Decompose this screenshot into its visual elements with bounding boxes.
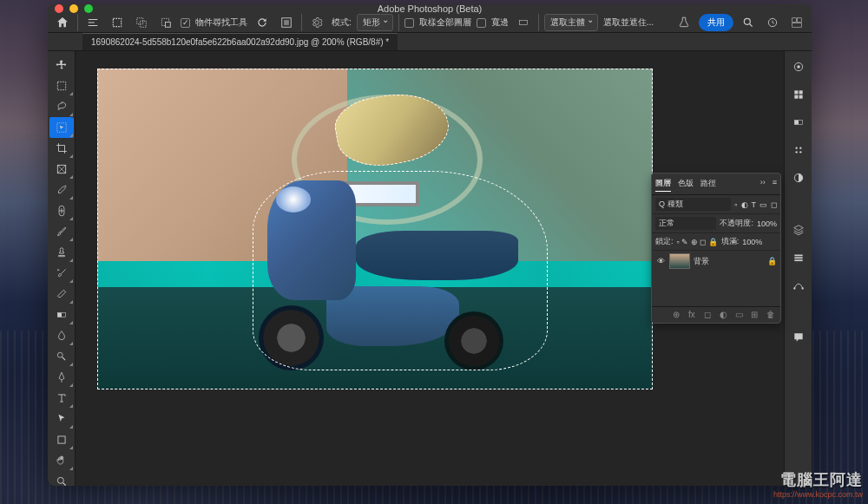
type-tool[interactable] [49, 388, 74, 409]
filter-shape-icon[interactable]: ▭ [760, 200, 767, 209]
pen-tool[interactable] [49, 367, 74, 388]
layer-filter-select[interactable]: Q 種類 [655, 198, 731, 211]
options-more-icon[interactable] [514, 13, 533, 32]
svg-rect-11 [798, 18, 802, 23]
layers-tab[interactable]: 圖層 [655, 176, 671, 192]
link-layers-icon[interactable]: ⊕ [673, 310, 683, 320]
gradient-tool[interactable] [49, 304, 74, 325]
settings-icon[interactable] [307, 13, 326, 32]
layer-thumbnail[interactable] [669, 253, 690, 269]
hard-edge-label: 寬邊 [491, 16, 509, 29]
svg-rect-13 [57, 82, 65, 89]
hand-tool[interactable] [49, 450, 74, 471]
eyedropper-tool[interactable] [49, 180, 74, 200]
home-icon[interactable] [53, 13, 72, 32]
workspace: ⋯ [48, 51, 812, 486]
blend-mode-select[interactable]: 正常 [655, 217, 716, 230]
brush-tool[interactable] [49, 221, 74, 242]
site-watermark: 電腦王阿達 https://www.kocpc.com.tw [773, 469, 863, 499]
lock-label: 鎖定: [655, 236, 674, 247]
blur-tool[interactable] [49, 325, 74, 346]
marquee-tool[interactable] [49, 75, 74, 96]
object-select-tool[interactable] [49, 117, 74, 138]
eraser-tool[interactable] [49, 284, 74, 304]
selection-add-icon[interactable] [132, 13, 151, 32]
delete-layer-icon[interactable]: 🗑 [766, 310, 777, 320]
color-panel-icon[interactable] [788, 56, 809, 77]
sample-all-checkbox[interactable] [404, 18, 414, 28]
adjustments-panel-icon[interactable] [788, 167, 809, 188]
window-controls [55, 4, 93, 13]
share-button[interactable]: 共用 [699, 14, 733, 31]
opacity-value[interactable]: 100% [757, 219, 777, 228]
workspace-icon[interactable] [787, 13, 806, 32]
svg-rect-41 [794, 255, 802, 257]
close-window-button[interactable] [55, 4, 63, 13]
filter-image-icon[interactable]: ▫ [734, 200, 737, 209]
select-mask-button[interactable]: 選取並遮住... [603, 16, 654, 29]
layer-name[interactable]: 背景 [694, 256, 709, 267]
crop-tool[interactable] [49, 138, 74, 159]
lasso-tool[interactable] [49, 96, 74, 117]
path-select-tool[interactable] [49, 409, 74, 429]
minimize-window-button[interactable] [69, 4, 78, 13]
new-layer-icon[interactable]: ⊞ [751, 310, 761, 320]
layer-visibility-icon[interactable]: 👁 [655, 257, 666, 265]
svg-rect-7 [519, 21, 527, 25]
tool-preset-icon[interactable] [83, 13, 102, 32]
fx-icon[interactable]: fx [688, 310, 699, 320]
layers-panel-icon[interactable] [788, 219, 809, 240]
filter-adjust-icon[interactable]: ◐ [741, 200, 748, 209]
swatches-panel-icon[interactable] [788, 84, 809, 105]
photoshop-window: Adobe Photoshop (Beta) 物件尋找工具 模式: 矩形 取樣全… [48, 4, 812, 486]
group-icon[interactable]: ▭ [735, 310, 746, 320]
adjustment-icon[interactable]: ◐ [720, 310, 730, 320]
fill-value[interactable]: 100% [742, 238, 762, 246]
channels-tab[interactable]: 色版 [678, 176, 694, 192]
show-overlay-icon[interactable] [277, 13, 296, 32]
maximize-window-button[interactable] [84, 4, 93, 13]
document-tab[interactable]: 1690862024-5d558b120e0fa5e622b6aa002a92d… [82, 33, 398, 50]
cloud-docs-icon[interactable] [763, 13, 782, 32]
gradients-panel-icon[interactable] [788, 112, 809, 133]
svg-rect-18 [57, 313, 62, 317]
stamp-tool[interactable] [49, 242, 74, 263]
hard-edge-checkbox[interactable] [477, 18, 486, 28]
svg-point-19 [57, 352, 62, 357]
mode-select[interactable]: 矩形 [357, 14, 393, 31]
svg-rect-4 [165, 22, 170, 27]
refresh-icon[interactable] [253, 13, 272, 32]
dodge-tool[interactable] [49, 346, 74, 367]
history-brush-tool[interactable] [49, 263, 74, 284]
frame-tool[interactable] [49, 159, 74, 180]
zoom-tool[interactable] [49, 471, 74, 486]
svg-rect-33 [799, 95, 802, 99]
move-tool[interactable] [49, 55, 74, 75]
lock-icons[interactable]: ▫ ✎ ⊕ ◻ 🔒 [677, 238, 718, 246]
svg-rect-43 [794, 259, 802, 261]
search-icon[interactable] [739, 13, 758, 32]
document-canvas[interactable] [97, 69, 653, 389]
channels-panel-icon[interactable] [788, 247, 809, 268]
patterns-panel-icon[interactable] [788, 140, 809, 160]
filter-type-icon[interactable]: T [752, 200, 757, 209]
mode-label: 模式: [332, 16, 352, 29]
comments-panel-icon[interactable] [788, 327, 809, 348]
panel-collapse-icon[interactable]: ›› [760, 176, 766, 192]
healing-tool[interactable] [49, 200, 74, 221]
tool-checkbox[interactable] [181, 18, 190, 28]
paths-tab[interactable]: 路徑 [700, 176, 716, 192]
select-subject-button[interactable]: 選取主體 [544, 14, 598, 31]
mask-icon[interactable]: ◻ [704, 310, 714, 320]
beaker-icon[interactable] [674, 13, 694, 32]
layer-lock-icon[interactable]: 🔒 [767, 257, 777, 265]
svg-point-45 [801, 287, 803, 289]
shape-tool[interactable] [49, 429, 74, 450]
selection-new-icon[interactable] [108, 13, 127, 32]
paths-panel-icon[interactable] [788, 275, 809, 296]
filter-smart-icon[interactable]: ◻ [771, 200, 777, 209]
layer-row[interactable]: 👁 背景 🔒 [652, 251, 780, 272]
panel-menu-icon[interactable]: ≡ [773, 176, 777, 192]
selection-subtract-icon[interactable] [156, 13, 175, 32]
svg-rect-35 [794, 121, 799, 125]
